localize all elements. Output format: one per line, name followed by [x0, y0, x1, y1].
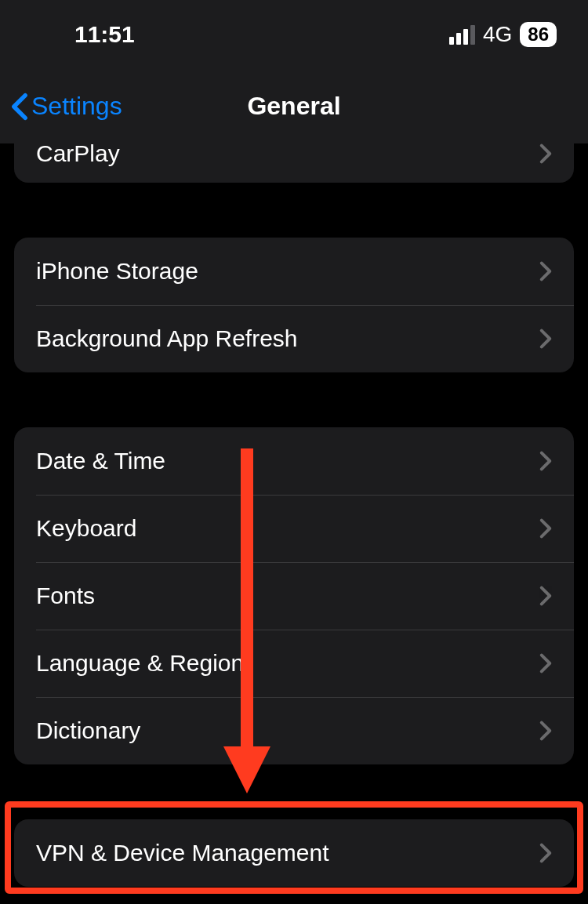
settings-group: CarPlay	[14, 143, 574, 183]
row-carplay[interactable]: CarPlay	[14, 143, 574, 183]
row-keyboard[interactable]: Keyboard	[14, 495, 574, 562]
settings-group: VPN & Device Management	[14, 819, 574, 887]
row-iphone-storage[interactable]: iPhone Storage	[14, 238, 574, 305]
row-label: Keyboard	[36, 515, 136, 542]
row-language-region[interactable]: Language & Region	[14, 630, 574, 697]
row-label: Language & Region	[36, 650, 244, 677]
chevron-left-icon	[11, 93, 28, 121]
settings-group: iPhone Storage Background App Refresh	[14, 238, 574, 372]
chevron-right-icon	[539, 329, 552, 349]
chevron-right-icon	[539, 143, 552, 164]
chevron-right-icon	[539, 653, 552, 673]
status-bar: 11:51 4G 86	[0, 0, 588, 69]
nav-bar: Settings General	[0, 69, 588, 143]
settings-group: Date & Time Keyboard Fonts Language & Re…	[14, 427, 574, 764]
row-background-app-refresh[interactable]: Background App Refresh	[14, 305, 574, 372]
battery-indicator: 86	[520, 22, 557, 47]
row-label: Fonts	[36, 583, 95, 609]
row-vpn-device-management[interactable]: VPN & Device Management	[14, 819, 574, 887]
chevron-right-icon	[539, 518, 552, 539]
back-button[interactable]: Settings	[11, 92, 122, 121]
row-label: Date & Time	[36, 448, 165, 474]
chevron-right-icon	[539, 261, 552, 281]
content: CarPlay iPhone Storage Background App Re…	[0, 143, 588, 887]
row-date-time[interactable]: Date & Time	[14, 427, 574, 495]
chevron-right-icon	[539, 843, 552, 863]
row-label: VPN & Device Management	[36, 840, 329, 866]
back-label: Settings	[31, 92, 122, 121]
row-label: iPhone Storage	[36, 258, 198, 285]
signal-icon	[449, 25, 475, 45]
network-label: 4G	[483, 22, 512, 47]
chevron-right-icon	[539, 721, 552, 741]
page-title: General	[247, 92, 340, 121]
row-fonts[interactable]: Fonts	[14, 562, 574, 630]
row-label: CarPlay	[36, 143, 120, 167]
row-label: Dictionary	[36, 717, 140, 744]
chevron-right-icon	[539, 451, 552, 471]
status-time: 11:51	[74, 21, 135, 48]
chevron-right-icon	[539, 586, 552, 606]
row-dictionary[interactable]: Dictionary	[14, 697, 574, 764]
row-label: Background App Refresh	[36, 325, 298, 352]
status-right: 4G 86	[449, 22, 557, 47]
